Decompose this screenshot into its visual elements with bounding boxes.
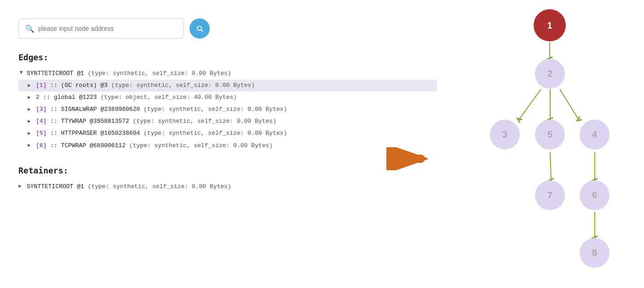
edge-item-5[interactable]: ► [5] :: HTTPPARSER @1050238604 (type: s… [18,127,437,139]
graph-node-1[interactable]: 1 [534,9,566,41]
svg-line-6 [550,152,551,180]
node-label-5: 5 [547,129,552,140]
node-label-6: 6 [592,190,597,201]
retainer-text: SYNTTETICROOT @1 (type: synthetic, self_… [27,182,231,192]
search-button-icon [196,24,204,33]
graph-node-2[interactable]: 2 [535,59,565,89]
edge-item-6[interactable]: ► [6] :: TCPWRAP @689006112 (type: synth… [18,140,437,152]
search-box[interactable]: 🔍 [18,18,184,39]
graph-node-8[interactable]: 8 [580,238,610,268]
edge-node-id: [1] [36,81,46,91]
edge-text: :: global @1223 (type: object, self_size… [40,92,237,103]
graph-node-4[interactable]: 4 [580,120,610,150]
edge-node-id: [5] [36,128,46,138]
svg-line-3 [519,89,541,120]
edge-item-4[interactable]: ► [4] :: TTYWRAP @3958813572 (type: synt… [18,115,437,127]
edge-text: :: HTTPPARSER @1050238604 (type: synthet… [46,128,287,138]
node-label-1: 1 [547,20,552,31]
edge-text: :: SIGNALWRAP @2389960620 (type: synthet… [46,104,287,115]
graph-node-5[interactable]: 5 [535,120,565,150]
node-label-8: 8 [592,248,597,258]
edges-list: ► SYNTTETICROOT @1 (type: synthetic, sel… [18,68,437,152]
edge-text: SYNTTETICROOT @1 (type: synthetic, self_… [27,69,231,79]
arrow-icon: ► [28,81,33,90]
edges-heading: Edges: [18,52,437,62]
search-row: 🔍 [18,18,437,39]
graph-node-6[interactable]: 6 [580,180,610,210]
search-button[interactable] [190,18,210,39]
edge-item-1[interactable]: ► [1] :: (GC roots) @3 (type: synthetic,… [18,80,437,92]
arrow-icon: ► [28,117,33,126]
arrow-icon: ► [28,141,33,150]
right-panel: 1 2 3 5 4 7 6 8 [451,0,644,288]
edge-text: :: TTYWRAP @3958813572 (type: synthetic,… [46,116,276,127]
retainers-section: Retainers: ► SYNTTETICROOT @1 (type: syn… [18,166,437,193]
edge-node-id: [4] [36,116,46,127]
arrow-icon: ► [28,129,33,138]
arrow-icon: ► [28,93,33,102]
edge-text: :: (GC roots) @3 (type: synthetic, self_… [46,81,255,91]
search-input[interactable] [38,25,177,32]
node-label-7: 7 [547,190,552,201]
edge-node-id: 2 [36,92,40,103]
graph-node-3[interactable]: 3 [490,120,520,150]
arrow-icon: ► [17,71,26,76]
node-label-2: 2 [547,69,552,79]
retainers-list: ► SYNTTETICROOT @1 (type: synthetic, sel… [18,181,437,193]
edge-item-2[interactable]: ► 2 :: global @1223 (type: object, self_… [18,92,437,104]
node-label-3: 3 [502,129,507,140]
orange-arrow [386,147,428,172]
arrow-icon: ► [18,182,24,191]
arrow-icon: ► [28,105,33,114]
edge-item-root[interactable]: ► SYNTTETICROOT @1 (type: synthetic, sel… [18,68,437,80]
graph-node-7[interactable]: 7 [535,180,565,210]
graph-area: 1 2 3 5 4 7 6 8 [451,0,644,288]
edge-node-id: [3] [36,104,46,115]
svg-line-5 [560,89,579,120]
edge-node-id: [6] [36,141,46,151]
search-icon: 🔍 [25,24,34,33]
edge-text: :: TCPWRAP @689006112 (type: synthetic, … [46,141,273,151]
retainer-item-1[interactable]: ► SYNTTETICROOT @1 (type: synthetic, sel… [18,181,437,193]
retainers-heading: Retainers: [18,166,437,175]
left-panel: 🔍 Edges: ► SYNTTETICROOT @1 (type: synth… [0,0,451,288]
edge-item-3[interactable]: ► [3] :: SIGNALWRAP @2389960620 (type: s… [18,104,437,115]
node-label-4: 4 [592,129,597,140]
